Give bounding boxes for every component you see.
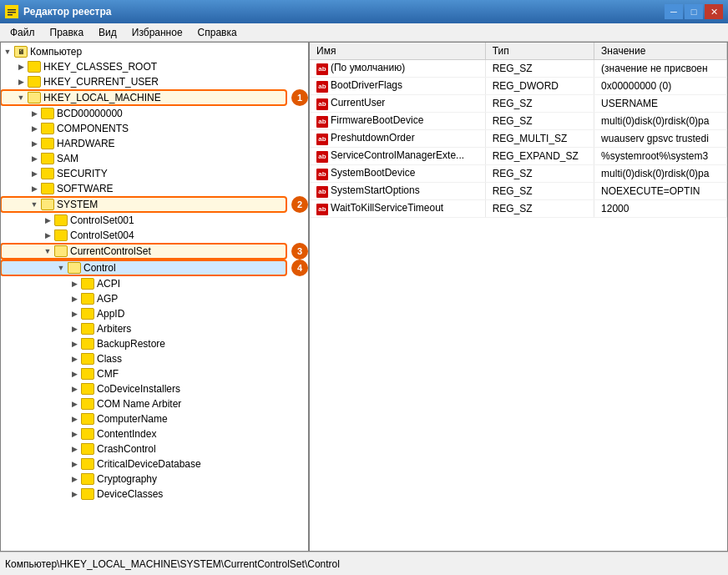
expand-acpi[interactable]: ▶	[68, 277, 81, 290]
tree-node-security[interactable]: ▶ SECURITY	[1, 166, 308, 181]
expand-criticaldevicedatabase[interactable]: ▶	[68, 457, 81, 471]
table-row[interactable]: ab(По умолчанию)REG_SZ(значение не присв…	[310, 60, 727, 78]
tree-node-sam[interactable]: ▶ SAM	[1, 151, 308, 166]
tree-node-cs001[interactable]: ▶ ControlSet001	[1, 213, 308, 228]
expand-arbiters[interactable]: ▶	[68, 322, 81, 335]
table-row[interactable]: abFirmwareBootDeviceREG_SZmulti(0)disk(0…	[310, 113, 727, 130]
tree-node-hkcr[interactable]: ▶ HKEY_CLASSES_ROOT	[1, 59, 308, 74]
tree-node-ccs[interactable]: ▼ CurrentControlSet	[1, 244, 286, 259]
expand-cryptography[interactable]: ▶	[68, 472, 81, 486]
tree-label-system: SYSTEM	[57, 199, 98, 210]
expand-hkcr[interactable]: ▶	[14, 60, 28, 73]
badge-1: 1	[291, 89, 308, 106]
cell-name: abServiceControlManagerExte...	[310, 148, 485, 165]
folder-icon-components	[41, 123, 54, 134]
tree-node-computer[interactable]: ▼ 🖥 Компьютер	[1, 44, 308, 59]
tree-node-contentindex[interactable]: ▶ ContentIndex	[1, 426, 308, 441]
tree-label-hkcu: HKEY_CURRENT_USER	[43, 76, 159, 88]
menu-item-избранное[interactable]: Избранное	[125, 25, 190, 40]
cell-value: multi(0)disk(0)rdisk(0)pa	[594, 113, 727, 130]
expand-control[interactable]: ▼	[54, 261, 68, 275]
cell-value: %systemroot%\system3	[594, 148, 727, 165]
tree-node-hardware[interactable]: ▶ HARDWARE	[1, 136, 308, 151]
tree-node-hkcu[interactable]: ▶ HKEY_CURRENT_USER	[1, 74, 308, 89]
cell-value: multi(0)disk(0)rdisk(0)pa	[594, 165, 727, 183]
tree-node-backuprestore[interactable]: ▶ BackupRestore	[1, 336, 308, 351]
registry-values-scroll[interactable]: Имя Тип Значение ab(По умолчанию)REG_SZ(…	[310, 43, 727, 551]
menu-item-файл[interactable]: Файл	[3, 25, 42, 40]
tree-node-comnamearbiter[interactable]: ▶ COM Name Arbiter	[1, 396, 308, 411]
status-bar: Компьютер\HKEY_LOCAL_MACHINE\SYSTEM\Curr…	[0, 552, 728, 575]
expand-ccs[interactable]: ▼	[41, 245, 54, 258]
svg-rect-1	[8, 9, 16, 11]
tree-node-criticaldevicedatabase[interactable]: ▶ CriticalDeviceDatabase	[1, 456, 308, 472]
tree-node-computername[interactable]: ▶ ComputerName	[1, 411, 308, 426]
folder-icon-hardware	[41, 138, 54, 149]
tree-node-agp[interactable]: ▶ AGP	[1, 291, 308, 306]
tree-node-crashcontrol[interactable]: ▶ CrashControl	[1, 441, 308, 456]
tree-node-hklm[interactable]: ▼ HKEY_LOCAL_MACHINE	[1, 90, 286, 105]
expand-computername[interactable]: ▶	[68, 412, 81, 426]
tree-node-arbiters[interactable]: ▶ Arbiters	[1, 321, 308, 336]
expand-hkcu[interactable]: ▶	[14, 75, 28, 88]
expand-deviceclasses[interactable]: ▶	[68, 487, 81, 501]
tree-node-control[interactable]: ▼ Control	[1, 260, 286, 275]
tree-node-cs004[interactable]: ▶ ControlSet004	[1, 228, 308, 243]
tree-node-appid[interactable]: ▶ AppID	[1, 306, 308, 321]
tree-node-codeviceinstallers[interactable]: ▶ CoDeviceInstallers	[1, 381, 308, 396]
expand-backuprestore[interactable]: ▶	[68, 337, 81, 351]
expand-components[interactable]: ▶	[28, 122, 41, 135]
expand-class[interactable]: ▶	[68, 352, 81, 366]
expand-contentindex[interactable]: ▶	[68, 427, 81, 441]
table-row[interactable]: abPreshutdownOrderREG_MULTI_SZwuauserv g…	[310, 130, 727, 148]
table-row[interactable]: abSystemStartOptionsREG_SZNOEXECUTE=OPTI…	[310, 183, 727, 200]
tree-node-cmf[interactable]: ▶ CMF	[1, 366, 308, 381]
tree-node-cryptography[interactable]: ▶ Cryptography	[1, 472, 308, 487]
expand-appid[interactable]: ▶	[68, 307, 81, 320]
table-row[interactable]: abBootDriverFlagsREG_DWORD0x00000000 (0)	[310, 78, 727, 95]
expand-cmf[interactable]: ▶	[68, 367, 81, 381]
tree-label-security: SECURITY	[57, 168, 108, 179]
table-row[interactable]: abServiceControlManagerExte...REG_EXPAND…	[310, 148, 727, 165]
cell-name: abSystemBootDevice	[310, 165, 485, 183]
folder-icon-backuprestore	[81, 338, 94, 350]
table-row[interactable]: abSystemBootDeviceREG_SZmulti(0)disk(0)r…	[310, 165, 727, 183]
registry-tree-pane[interactable]: ▼ 🖥 Компьютер ▶ HKEY_CLASSES_ROOT ▶ HKEY…	[1, 43, 310, 551]
tree-node-acpi[interactable]: ▶ ACPI	[1, 276, 308, 291]
expand-security[interactable]: ▶	[28, 167, 41, 180]
tree-node-software[interactable]: ▶ SOFTWARE	[1, 181, 308, 196]
expand-bcd[interactable]: ▶	[28, 107, 41, 120]
menu-item-вид[interactable]: Вид	[92, 25, 124, 40]
minimize-button[interactable]: ─	[665, 4, 683, 19]
expand-hklm[interactable]: ▼	[14, 91, 28, 104]
tree-label-crashcontrol: CrashControl	[97, 443, 156, 455]
tree-node-bcd[interactable]: ▶ BCD00000000	[1, 106, 308, 121]
tree-label-appid: AppID	[97, 308, 124, 320]
expand-crashcontrol[interactable]: ▶	[68, 442, 81, 456]
title-bar: Редактор реестра ─ □ ✕	[0, 0, 728, 23]
table-row[interactable]: abCurrentUserREG_SZUSERNAME	[310, 95, 727, 113]
table-row[interactable]: abWaitToKillServiceTimeoutREG_SZ12000	[310, 200, 727, 218]
tree-node-class[interactable]: ▶ Class	[1, 351, 308, 366]
cell-type: REG_MULTI_SZ	[485, 130, 594, 148]
menu-item-правка[interactable]: Правка	[43, 25, 91, 40]
maximize-button[interactable]: □	[685, 4, 703, 19]
expand-codeviceinstallers[interactable]: ▶	[68, 382, 81, 396]
tree-label-hardware: HARDWARE	[57, 138, 115, 149]
expand-cs004[interactable]: ▶	[41, 229, 54, 242]
tree-node-system[interactable]: ▼ SYSTEM	[1, 197, 286, 212]
expand-software[interactable]: ▶	[28, 182, 41, 195]
cell-type: REG_SZ	[485, 60, 594, 78]
tree-node-components[interactable]: ▶ COMPONENTS	[1, 121, 308, 136]
menu-item-справка[interactable]: Справка	[191, 25, 244, 40]
expand-sam[interactable]: ▶	[28, 152, 41, 165]
expand-cs001[interactable]: ▶	[41, 214, 54, 227]
title-bar-left: Редактор реестра	[5, 5, 111, 18]
expand-system[interactable]: ▼	[28, 198, 41, 211]
expand-agp[interactable]: ▶	[68, 292, 81, 305]
close-button[interactable]: ✕	[705, 4, 723, 19]
expand-computer[interactable]: ▼	[1, 45, 14, 58]
tree-node-deviceclasses[interactable]: ▶ DeviceClasses	[1, 487, 308, 502]
expand-comnamearbiter[interactable]: ▶	[68, 397, 81, 411]
expand-hardware[interactable]: ▶	[28, 137, 41, 150]
